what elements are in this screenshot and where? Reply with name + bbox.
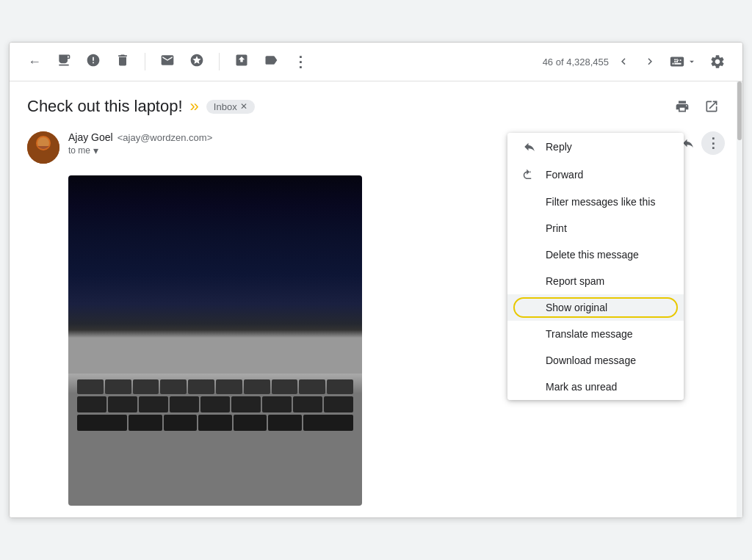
settings-button[interactable] bbox=[704, 48, 731, 75]
to-me-chevron-icon: ▾ bbox=[93, 145, 98, 156]
download-menu-item[interactable]: Download message bbox=[507, 347, 684, 374]
sender-email: <ajay@wordzen.com> bbox=[118, 132, 213, 143]
label-button[interactable] bbox=[258, 48, 284, 75]
show-original-menu-item[interactable]: Show original bbox=[507, 294, 684, 321]
reply-label: Reply bbox=[546, 141, 572, 153]
reply-icon bbox=[522, 140, 537, 153]
prev-email-button[interactable] bbox=[612, 50, 635, 73]
save-button[interactable] bbox=[228, 48, 255, 75]
show-original-label: Show original bbox=[546, 302, 607, 313]
snooze-button[interactable] bbox=[184, 48, 210, 75]
gmail-window: ← bbox=[9, 42, 743, 518]
print-menu-item[interactable]: Print bbox=[507, 215, 684, 241]
back-button[interactable]: ← bbox=[21, 48, 48, 75]
mark-unread-label: Mark as unread bbox=[546, 381, 617, 393]
laptop-image bbox=[68, 175, 362, 506]
to-me-row[interactable]: to me ▾ bbox=[68, 145, 512, 156]
inbox-badge: Inbox ✕ bbox=[206, 100, 255, 114]
spam-button[interactable] bbox=[80, 48, 106, 75]
context-menu: Reply Forward Filter messages like this … bbox=[507, 133, 684, 400]
download-label: Download message bbox=[546, 354, 636, 366]
sender-name-row: Ajay Goel <ajay@wordzen.com> bbox=[68, 131, 512, 143]
subject-left: Check out this laptop! » Inbox ✕ bbox=[27, 97, 255, 116]
delete-menu-item[interactable]: Delete this message bbox=[507, 241, 684, 268]
translate-label: Translate message bbox=[546, 328, 633, 340]
mark-unread-menu-item[interactable]: Mark as unread bbox=[507, 374, 684, 400]
priority-arrow-icon: » bbox=[190, 97, 199, 116]
sender-name: Ajay Goel bbox=[68, 131, 113, 143]
pagination-text: 46 of 4,328,455 bbox=[543, 57, 609, 68]
to-me-label: to me bbox=[68, 145, 90, 156]
separator-2 bbox=[219, 53, 220, 70]
forward-label: Forward bbox=[546, 169, 583, 181]
spam-menu-item[interactable]: Report spam bbox=[507, 268, 684, 294]
subject-row: Check out this laptop! » Inbox ✕ bbox=[27, 93, 725, 120]
filter-menu-item[interactable]: Filter messages like this bbox=[507, 189, 684, 215]
print-label: Print bbox=[546, 222, 567, 234]
open-in-new-button[interactable] bbox=[698, 93, 725, 120]
email-area: Check out this laptop! » Inbox ✕ bbox=[10, 81, 742, 517]
spam-label: Report spam bbox=[546, 275, 604, 287]
archive-button[interactable] bbox=[51, 48, 77, 75]
filter-label: Filter messages like this bbox=[546, 196, 655, 208]
more-options-button[interactable]: ⋮ bbox=[287, 48, 314, 75]
scrollbar-thumb[interactable] bbox=[737, 81, 742, 140]
move-button[interactable] bbox=[154, 48, 181, 75]
pagination: 46 of 4,328,455 bbox=[543, 50, 662, 73]
scrollbar[interactable] bbox=[737, 81, 742, 517]
print-button[interactable] bbox=[669, 93, 695, 120]
subject-actions bbox=[669, 93, 725, 120]
forward-menu-item[interactable]: Forward bbox=[507, 161, 684, 189]
inbox-label: Inbox bbox=[214, 101, 237, 112]
translate-menu-item[interactable]: Translate message bbox=[507, 321, 684, 347]
remove-inbox-label-button[interactable]: ✕ bbox=[240, 101, 247, 112]
keyboard-button[interactable] bbox=[665, 51, 701, 73]
toolbar: ← bbox=[10, 43, 742, 81]
sender-info: Ajay Goel <ajay@wordzen.com> to me ▾ bbox=[68, 131, 512, 156]
reply-menu-item[interactable]: Reply bbox=[507, 133, 684, 161]
separator-1 bbox=[145, 53, 145, 70]
delete-label: Delete this message bbox=[546, 249, 639, 261]
next-email-button[interactable] bbox=[638, 50, 662, 73]
delete-button[interactable] bbox=[109, 48, 136, 75]
more-options-email-button[interactable]: ⋮ bbox=[701, 131, 725, 155]
forward-icon bbox=[522, 168, 537, 181]
sender-avatar bbox=[27, 131, 59, 164]
email-subject: Check out this laptop! bbox=[27, 97, 183, 116]
